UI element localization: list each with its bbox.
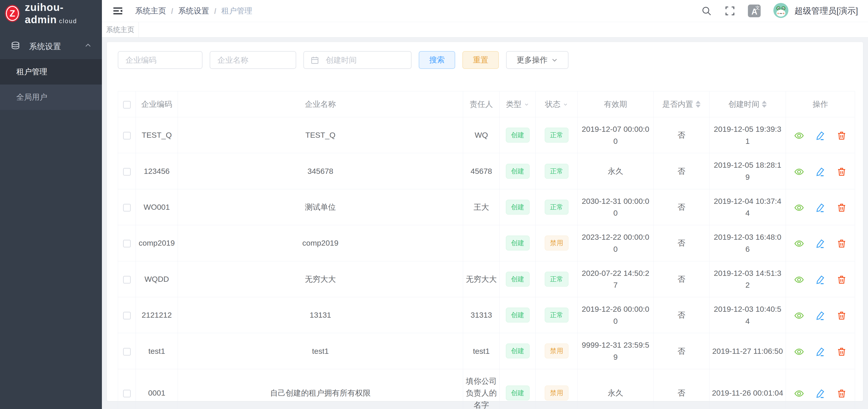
cell-owner [463, 225, 500, 261]
tags-view-bar: 系统主页 [102, 22, 868, 37]
delete-icon[interactable] [837, 347, 847, 357]
view-icon[interactable] [794, 239, 804, 248]
edit-icon[interactable] [815, 347, 826, 357]
avatar [773, 3, 788, 19]
cell-name: TEST_Q [178, 117, 463, 153]
header-validity: 有效期 [578, 91, 653, 117]
cell-owner: WQ [463, 117, 500, 153]
delete-icon[interactable] [837, 239, 847, 248]
delete-icon[interactable] [837, 203, 847, 213]
select-all-checkbox[interactable] [123, 101, 131, 109]
enterprise-name-input[interactable] [210, 51, 296, 69]
cell-name: comp2019 [178, 225, 463, 261]
row-checkbox[interactable] [123, 348, 131, 355]
breadcrumb-home[interactable]: 系统主页 [135, 6, 166, 16]
search-button[interactable]: 搜索 [419, 51, 455, 69]
user-menu[interactable]: 超级管理员[演示] [773, 3, 858, 19]
table-row: 0001 自己创建的租户拥有所有权限 填你公司负责人的名字 创建 禁用 永久 否… [118, 369, 855, 409]
status-tag: 禁用 [545, 236, 568, 250]
fullscreen-icon[interactable] [725, 6, 735, 16]
cell-created: 2019-11-27 11:06:50 [709, 333, 786, 369]
delete-icon[interactable] [837, 167, 847, 177]
cell-name: 13131 [178, 297, 463, 333]
cell-validity: 永久 [578, 153, 653, 189]
collapse-sidebar-icon[interactable] [112, 5, 124, 17]
header-type[interactable]: 类型 [500, 91, 536, 117]
type-tag: 创建 [506, 236, 530, 250]
tab-system-home[interactable]: 系统主页 [102, 22, 139, 37]
status-tag: 正常 [545, 164, 568, 179]
view-icon[interactable] [794, 167, 804, 177]
search-icon[interactable] [701, 5, 712, 16]
header-created[interactable]: 创建时间 [709, 91, 786, 117]
view-icon[interactable] [794, 131, 804, 141]
more-actions-button[interactable]: 更多操作 [506, 51, 568, 69]
edit-icon[interactable] [815, 388, 826, 399]
sort-icon[interactable] [695, 101, 701, 108]
view-icon[interactable] [794, 275, 804, 285]
delete-icon[interactable] [837, 311, 847, 320]
delete-icon[interactable] [837, 131, 847, 141]
delete-icon[interactable] [837, 275, 847, 285]
language-sub: 文 [755, 5, 760, 11]
cell-builtin: 否 [653, 333, 709, 369]
row-checkbox[interactable] [123, 240, 131, 247]
view-icon[interactable] [794, 203, 804, 213]
language-icon[interactable]: A 文 [748, 5, 761, 17]
header-status[interactable]: 状态 [536, 91, 578, 117]
reset-button[interactable]: 重置 [462, 51, 499, 69]
breadcrumb-settings[interactable]: 系统设置 [178, 6, 209, 16]
sort-icon[interactable] [762, 101, 767, 108]
edit-icon[interactable] [815, 239, 826, 248]
filter-icon [524, 102, 529, 107]
created-time-input[interactable] [304, 51, 411, 69]
cell-owner: 填你公司负责人的名字 [463, 369, 500, 409]
status-tag: 正常 [545, 128, 568, 142]
user-name: 超级管理员[演示] [794, 5, 858, 16]
row-checkbox[interactable] [123, 312, 131, 319]
type-tag: 创建 [506, 164, 530, 179]
enterprise-code-input[interactable] [118, 51, 203, 69]
cell-created: 2019-11-26 00:01:04 [709, 369, 786, 409]
row-checkbox[interactable] [123, 132, 131, 139]
cell-name: 345678 [178, 153, 463, 189]
sidebar-item-tenant-management[interactable]: 租户管理 [0, 59, 102, 84]
sidebar-group-settings[interactable]: 系统设置 [0, 34, 102, 59]
delete-icon[interactable] [837, 388, 847, 399]
cell-name: 测试单位 [178, 189, 463, 225]
sidebar-item-global-users[interactable]: 全局用户 [0, 84, 102, 110]
type-tag: 创建 [506, 272, 530, 286]
edit-icon[interactable] [815, 203, 826, 213]
edit-icon[interactable] [815, 275, 826, 285]
topbar-actions: A 文 [701, 3, 858, 19]
created-time-picker[interactable] [304, 51, 411, 69]
table-row: test1 test1 test1 创建 禁用 9999-12-31 23:59… [118, 333, 855, 369]
row-checkbox[interactable] [123, 390, 131, 398]
row-checkbox[interactable] [123, 168, 131, 176]
sidebar: Z zuihou-admincloud 系统设置 [0, 0, 102, 409]
app-title-suffix: cloud [59, 18, 78, 25]
header-builtin[interactable]: 是否内置 [653, 91, 709, 117]
cell-created: 2019-12-04 10:37:44 [709, 189, 786, 225]
cell-name: 无穷大大 [178, 261, 463, 297]
chevron-down-icon [551, 57, 558, 63]
row-checkbox[interactable] [123, 204, 131, 211]
cell-created: 2019-12-05 19:39:31 [709, 117, 786, 153]
view-icon[interactable] [794, 347, 804, 357]
edit-icon[interactable] [815, 131, 826, 141]
main-area: 系统主页 / 系统设置 / 租户管理 A [102, 0, 868, 409]
cell-code: WQDD [136, 261, 178, 297]
edit-icon[interactable] [815, 311, 826, 320]
logo: Z zuihou-admincloud [0, 0, 102, 27]
database-icon [10, 41, 21, 52]
row-checkbox[interactable] [123, 276, 131, 283]
header-ops: 操作 [786, 91, 855, 117]
edit-icon[interactable] [815, 167, 826, 177]
breadcrumb: 系统主页 / 系统设置 / 租户管理 [135, 6, 252, 16]
table-header-row: 企业编码 企业名称 责任人 类型 状态 有效期 是否内置 创建时间 操作 [118, 91, 855, 117]
view-icon[interactable] [794, 388, 804, 399]
header-name: 企业名称 [178, 91, 463, 117]
header-type-label: 类型 [506, 98, 522, 110]
more-actions-label: 更多操作 [517, 55, 548, 65]
view-icon[interactable] [794, 311, 804, 320]
